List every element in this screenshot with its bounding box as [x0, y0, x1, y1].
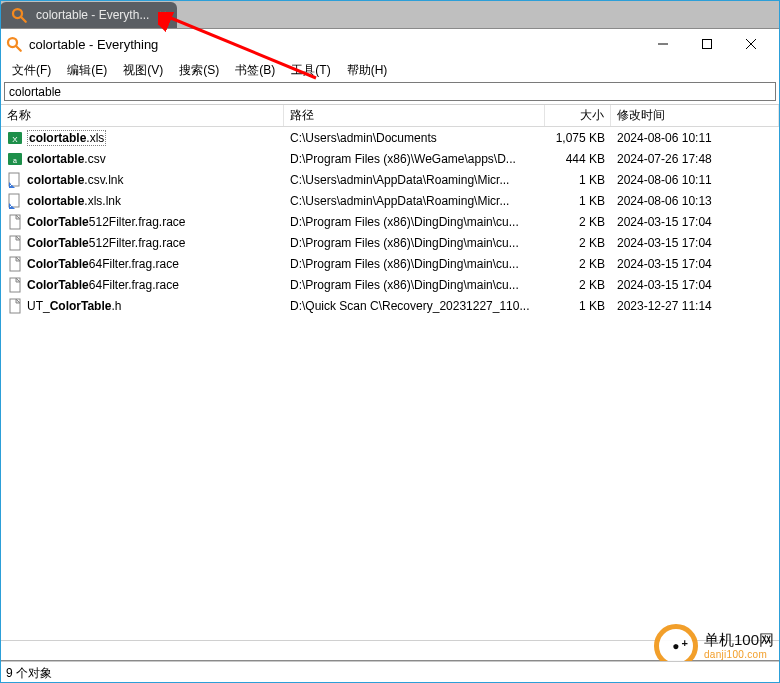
cell-size: 2 KB: [545, 215, 611, 229]
browser-tab[interactable]: colortable - Everyth... ✕: [0, 2, 177, 28]
cell-name: colortable.xls.lnk: [1, 193, 284, 209]
close-tab-icon[interactable]: ✕: [155, 8, 169, 22]
menu-view[interactable]: 视图(V): [116, 60, 170, 81]
file-name: ColorTable64Filter.frag.race: [27, 278, 179, 292]
file-icon: [7, 277, 23, 293]
file-name: colortable.csv: [27, 152, 106, 166]
cell-date: 2024-03-15 17:04: [611, 236, 779, 250]
menu-edit[interactable]: 编辑(E): [60, 60, 114, 81]
table-row[interactable]: ColorTable512Filter.frag.raceD:\Program …: [1, 232, 779, 253]
svg-text:X: X: [12, 135, 18, 144]
host-status-text: 9 个对象: [6, 666, 52, 680]
file-name: ColorTable64Filter.frag.race: [27, 257, 179, 271]
cell-path: C:\Users\admin\AppData\Roaming\Micr...: [284, 173, 545, 187]
column-headers: 名称 路径 大小 修改时间: [1, 105, 779, 127]
cell-size: 1 KB: [545, 299, 611, 313]
cell-path: C:\Users\admin\AppData\Roaming\Micr...: [284, 194, 545, 208]
svg-text:a: a: [13, 157, 17, 164]
cell-date: 2024-03-15 17:04: [611, 215, 779, 229]
cell-date: 2024-08-06 10:11: [611, 131, 779, 145]
file-icon: [7, 193, 23, 209]
table-row[interactable]: ColorTable512Filter.frag.raceD:\Program …: [1, 211, 779, 232]
table-row[interactable]: ColorTable64Filter.frag.raceD:\Program F…: [1, 253, 779, 274]
table-row[interactable]: acolortable.csvD:\Program Files (x86)\We…: [1, 148, 779, 169]
file-name: colortable.csv.lnk: [27, 173, 123, 187]
search-input[interactable]: [4, 82, 776, 101]
table-row[interactable]: colortable.csv.lnkC:\Users\admin\AppData…: [1, 169, 779, 190]
file-name: ColorTable512Filter.frag.race: [27, 215, 186, 229]
table-row[interactable]: UT_ColorTable.hD:\Quick Scan C\Recovery_…: [1, 295, 779, 316]
table-row[interactable]: Xcolortable.xlsC:\Users\admin\Documents1…: [1, 127, 779, 148]
cell-size: 1,075 KB: [545, 131, 611, 145]
cell-date: 2024-03-15 17:04: [611, 278, 779, 292]
cell-path: D:\Quick Scan C\Recovery_20231227_110...: [284, 299, 545, 313]
file-icon: [7, 298, 23, 314]
title-bar[interactable]: colortable - Everything: [1, 29, 779, 59]
cell-name: ColorTable64Filter.frag.race: [1, 277, 284, 293]
file-icon: [7, 256, 23, 272]
cell-size: 444 KB: [545, 152, 611, 166]
window-title: colortable - Everything: [29, 37, 637, 52]
table-row[interactable]: ColorTable64Filter.frag.raceD:\Program F…: [1, 274, 779, 295]
cell-size: 2 KB: [545, 278, 611, 292]
maximize-button[interactable]: [685, 30, 729, 58]
column-date[interactable]: 修改时间: [611, 105, 779, 126]
cell-path: D:\Program Files (x86)\DingDing\main\cu.…: [284, 236, 545, 250]
cell-date: 2024-03-15 17:04: [611, 257, 779, 271]
cell-size: 1 KB: [545, 194, 611, 208]
cell-name: UT_ColorTable.h: [1, 298, 284, 314]
close-button[interactable]: [729, 30, 773, 58]
file-icon: [7, 214, 23, 230]
svg-rect-5: [703, 40, 712, 49]
file-icon: X: [7, 130, 23, 146]
cell-path: D:\Program Files (x86)\DingDing\main\cu.…: [284, 257, 545, 271]
cell-name: acolortable.csv: [1, 151, 284, 167]
cell-path: C:\Users\admin\Documents: [284, 131, 545, 145]
tab-title: colortable - Everyth...: [36, 8, 149, 22]
cell-size: 2 KB: [545, 236, 611, 250]
host-status-bar: 9 个对象: [0, 661, 780, 683]
logo-text-big: 单机100网: [704, 632, 774, 649]
file-icon: [7, 172, 23, 188]
app-icon: [5, 35, 23, 53]
magnifier-icon: [10, 6, 28, 24]
cell-path: D:\Program Files (x86)\DingDing\main\cu.…: [284, 215, 545, 229]
menu-search[interactable]: 搜索(S): [172, 60, 226, 81]
cell-path: D:\Program Files (x86)\DingDing\main\cu.…: [284, 278, 545, 292]
cell-name: ColorTable512Filter.frag.race: [1, 235, 284, 251]
cell-date: 2024-08-06 10:11: [611, 173, 779, 187]
cell-size: 2 KB: [545, 257, 611, 271]
menu-bar: 文件(F) 编辑(E) 视图(V) 搜索(S) 书签(B) 工具(T) 帮助(H…: [1, 59, 779, 81]
menu-help[interactable]: 帮助(H): [340, 60, 395, 81]
results-list: 名称 路径 大小 修改时间 Xcolortable.xlsC:\Users\ad…: [1, 104, 779, 640]
app-window: colortable - Everything 文件(F) 编辑(E) 视图(V…: [0, 28, 780, 661]
table-row[interactable]: colortable.xls.lnkC:\Users\admin\AppData…: [1, 190, 779, 211]
cell-name: Xcolortable.xls: [1, 130, 284, 146]
svg-line-3: [16, 46, 21, 51]
cell-name: ColorTable512Filter.frag.race: [1, 214, 284, 230]
file-name: colortable.xls.lnk: [27, 194, 121, 208]
cell-date: 2023-12-27 11:14: [611, 299, 779, 313]
cell-name: colortable.csv.lnk: [1, 172, 284, 188]
cell-path: D:\Program Files (x86)\WeGame\apps\D...: [284, 152, 545, 166]
column-name[interactable]: 名称: [1, 105, 284, 126]
file-name: ColorTable512Filter.frag.race: [27, 236, 186, 250]
file-icon: a: [7, 151, 23, 167]
browser-tabstrip: colortable - Everyth... ✕: [0, 0, 780, 28]
cell-size: 1 KB: [545, 173, 611, 187]
minimize-button[interactable]: [641, 30, 685, 58]
menu-file[interactable]: 文件(F): [5, 60, 58, 81]
search-wrap: [1, 81, 779, 104]
svg-line-1: [21, 17, 26, 22]
cell-name: ColorTable64Filter.frag.race: [1, 256, 284, 272]
menu-bookmark[interactable]: 书签(B): [228, 60, 282, 81]
file-name: UT_ColorTable.h: [27, 299, 121, 313]
file-icon: [7, 235, 23, 251]
logo-text-small: danji100.com: [704, 649, 774, 660]
cell-date: 2024-07-26 17:48: [611, 152, 779, 166]
column-path[interactable]: 路径: [284, 105, 545, 126]
menu-tools[interactable]: 工具(T): [284, 60, 337, 81]
file-name: colortable.xls: [27, 130, 106, 146]
column-size[interactable]: 大小: [545, 105, 611, 126]
cell-date: 2024-08-06 10:13: [611, 194, 779, 208]
